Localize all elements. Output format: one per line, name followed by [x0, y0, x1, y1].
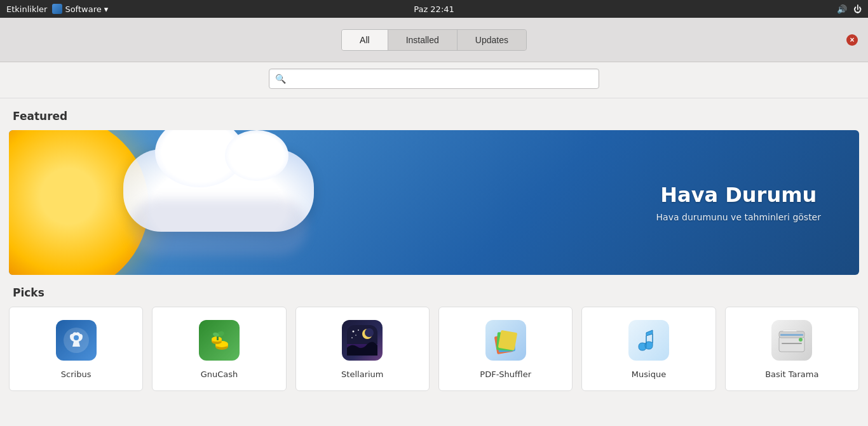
musique-name: Musique — [632, 369, 666, 379]
gnucash-svg — [204, 325, 234, 356]
gnucash-name: GnuCash — [201, 369, 238, 379]
tab-all[interactable]: All — [342, 30, 388, 50]
pdfshuffler-svg — [491, 325, 521, 356]
stellarium-icon — [342, 320, 383, 361]
app-card-musique[interactable]: Musique — [581, 307, 715, 391]
search-bar-container: 🔍 — [0, 62, 868, 98]
picks-heading: Picks — [13, 286, 855, 299]
svg-point-1 — [74, 335, 79, 340]
featured-text: Hava Durumu Hava durumunu ve tahminleri … — [656, 183, 821, 222]
featured-subtitle: Hava durumunu ve tahminleri göster — [656, 212, 821, 222]
app-card-scribus[interactable]: Scribus — [9, 307, 143, 391]
window-header: All Installed Updates × — [0, 18, 868, 62]
system-bar-right: 🔊 ⏻ — [837, 4, 862, 14]
system-clock: Paz 22:41 — [414, 4, 454, 14]
pdfshuffler-name: PDF-Shuffler — [480, 369, 531, 379]
app-card-pdfshuffler[interactable]: PDF-Shuffler — [438, 307, 573, 391]
svg-point-17 — [356, 335, 357, 336]
musique-icon — [628, 320, 669, 361]
svg-point-15 — [358, 329, 359, 331]
search-input[interactable] — [269, 69, 599, 89]
basit-svg — [776, 325, 807, 356]
svg-rect-22 — [498, 330, 517, 350]
tab-installed[interactable]: Installed — [388, 30, 458, 50]
stellarium-name: Stellarium — [341, 369, 383, 379]
stellarium-svg — [347, 325, 377, 356]
svg-point-14 — [353, 331, 355, 333]
scribus-svg — [61, 325, 92, 356]
content-area: Featured Hava Durumu Hava durumunu ve ta… — [0, 98, 868, 426]
software-menu-button[interactable]: Software ▾ — [52, 4, 108, 14]
featured-title: Hava Durumu — [656, 183, 821, 207]
system-bar: Etkinlikler Software ▾ Paz 22:41 🔊 ⏻ — [0, 0, 868, 18]
tab-updates[interactable]: Updates — [458, 30, 526, 50]
basit-name: Basit Tarama — [765, 369, 818, 379]
app-card-basit[interactable]: Basit Tarama — [725, 307, 859, 391]
scribus-name: Scribus — [61, 369, 92, 379]
pdfshuffler-icon — [485, 320, 526, 361]
featured-heading: Featured — [13, 110, 855, 123]
software-label: Software — [65, 4, 101, 14]
dropdown-icon: ▾ — [104, 4, 109, 14]
app-card-stellarium[interactable]: Stellarium — [295, 307, 430, 391]
featured-banner[interactable]: Hava Durumu Hava durumunu ve tahminleri … — [9, 130, 859, 275]
search-wrapper: 🔍 — [269, 69, 599, 89]
scribus-icon — [56, 320, 97, 361]
activities-button[interactable]: Etkinlikler — [6, 4, 47, 14]
sound-icon[interactable]: 🔊 — [837, 4, 847, 14]
search-icon: 🔍 — [275, 74, 286, 84]
picks-grid: Scribus — [0, 307, 868, 391]
svg-point-13 — [365, 328, 374, 337]
tab-group: All Installed Updates — [341, 29, 527, 51]
system-bar-left: Etkinlikler Software ▾ — [6, 4, 108, 14]
svg-point-27 — [799, 338, 803, 342]
power-icon[interactable]: ⏻ — [853, 4, 862, 14]
svg-point-16 — [351, 337, 353, 338]
musique-svg — [634, 325, 664, 356]
basit-icon — [771, 320, 812, 361]
featured-background: Hava Durumu Hava durumunu ve tahminleri … — [9, 130, 859, 275]
svg-rect-25 — [780, 334, 803, 336]
gnucash-icon — [199, 320, 240, 361]
app-card-gnucash[interactable]: GnuCash — [152, 307, 286, 391]
close-button[interactable]: × — [846, 34, 858, 46]
cloud-shadow — [130, 199, 308, 256]
main-window: All Installed Updates × 🔍 Featured — [0, 18, 868, 426]
software-icon — [52, 4, 62, 14]
svg-rect-28 — [783, 330, 797, 331]
svg-rect-26 — [782, 343, 802, 344]
